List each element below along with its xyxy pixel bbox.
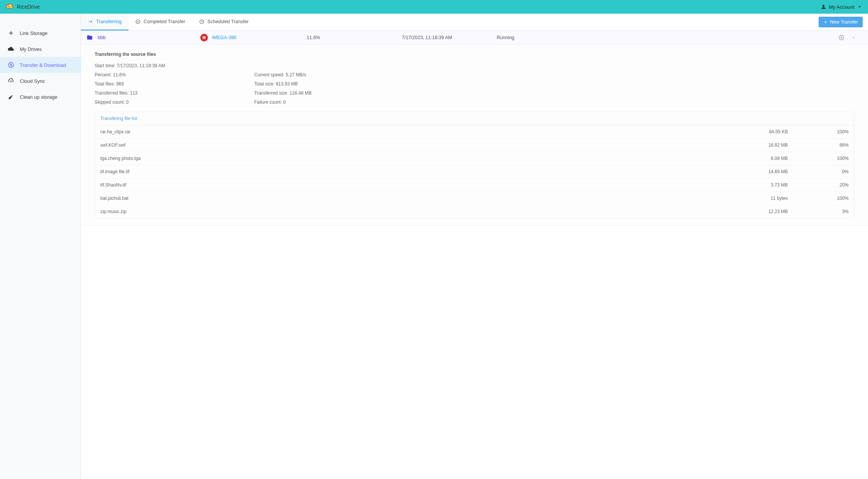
detail-failure-count: Failure count: 0 [254, 100, 399, 105]
tabs-row: Transferring Completed Transfer Schedule… [81, 14, 868, 31]
file-row: tga.cheng photo.tga6.08 MB100% [95, 152, 854, 165]
file-progress: 0% [788, 169, 849, 174]
file-progress: 100% [788, 156, 849, 161]
topbar: RiceDrive My Account [0, 0, 868, 14]
folder-icon [86, 34, 93, 41]
file-list-header: Transfering file list [95, 112, 854, 125]
tabs: Transferring Completed Transfer Schedule… [81, 14, 255, 30]
brand-logo-icon [5, 3, 14, 11]
clock-icon [199, 19, 204, 24]
file-size: 12.23 MB [735, 209, 788, 214]
file-progress: 100% [788, 196, 849, 201]
sidebar-item-cleanup[interactable]: Clean up storage [0, 89, 81, 105]
file-row: bat.pichuli.bat11 bytes100% [95, 192, 854, 205]
sidebar-item-label: My Drives [20, 46, 42, 52]
sidebar-item-label: Cloud Sync [20, 78, 45, 84]
detail-start-time: Start time: 7/17/2023, 11:18:39 AM [95, 63, 399, 68]
file-size: 16.82 MB [735, 142, 788, 148]
sidebar-item-cloud-sync[interactable]: Cloud Sync [0, 73, 81, 89]
file-row: swf.KOF.swf16.82 MB86% [95, 139, 854, 152]
sidebar: Link Storage My Drives Transfer & Downlo… [0, 14, 81, 479]
transfer-status: Running [497, 35, 527, 40]
file-row: tif.image file.tif14.65 MB0% [95, 165, 854, 179]
dest-name: /MEGA-390 [212, 35, 236, 40]
source-name: bbb [98, 35, 106, 40]
transfer-dest: M /MEGA-390 [200, 34, 307, 41]
tab-completed[interactable]: Completed Transfer [128, 14, 192, 30]
tab-label: Completed Transfer [144, 19, 185, 24]
file-name: rar.ha_clipx.rar [100, 129, 735, 134]
detail-transferred-size: Transferred size: 116.48 MB [254, 90, 399, 96]
checkmark-circle-icon [135, 19, 141, 24]
detail-transferred-files: Transferred files: 113 [95, 90, 239, 96]
cancel-icon[interactable] [838, 35, 844, 41]
detail-total-size: Total size: 613.93 MB [254, 81, 399, 87]
transfer-time: 7/17/2023, 11:18:39 AM [402, 35, 497, 40]
file-size: 84.55 KB [735, 129, 788, 134]
sidebar-item-link-storage[interactable]: Link Storage [0, 25, 81, 41]
file-name: swf.KOF.swf [100, 142, 735, 148]
sidebar-item-label: Clean up storage [20, 94, 57, 100]
file-progress: 86% [788, 142, 849, 148]
transfer-source: bbb [86, 34, 200, 41]
detail-current-speed: Current speed: 5.27 MB/s [254, 72, 399, 77]
mega-icon: M [200, 34, 208, 41]
chevron-down-icon[interactable] [851, 35, 856, 40]
sync-icon [8, 77, 14, 84]
transfer-details: Transferring the source files Start time… [81, 45, 868, 226]
file-size: 11 bytes [735, 196, 788, 201]
new-transfer-button[interactable]: New Transfer [819, 17, 863, 27]
detail-percent: Percent: 11.6% [95, 72, 239, 77]
transfer-actions [838, 35, 863, 41]
transfer-percent: 11.6% [307, 35, 402, 40]
transfer-row[interactable]: bbb M /MEGA-390 11.6% 7/17/2023, 11:18:3… [81, 31, 868, 45]
sidebar-item-my-drives[interactable]: My Drives [0, 41, 81, 57]
file-name: tga.cheng photo.tga [100, 156, 735, 161]
svg-point-2 [136, 20, 140, 24]
file-size: 14.65 MB [735, 169, 788, 174]
file-name: zip.music.zip [100, 209, 735, 214]
tab-label: Transferring [96, 19, 122, 24]
file-progress: 3% [788, 209, 849, 214]
person-icon [820, 4, 827, 10]
arrow-right-icon [88, 19, 93, 24]
file-name: bat.pichuli.bat [100, 196, 735, 201]
chevron-down-icon [857, 4, 863, 10]
sidebar-item-label: Transfer & Download [20, 62, 66, 68]
new-transfer-label: New Transfer [830, 19, 858, 25]
svg-point-0 [8, 6, 10, 7]
plus-icon [823, 20, 828, 24]
main-content: Transferring Completed Transfer Schedule… [81, 14, 868, 479]
file-progress: 20% [788, 182, 849, 188]
transfer-icon [8, 62, 14, 68]
broom-icon [8, 93, 14, 100]
brand: RiceDrive [5, 3, 40, 11]
file-name: ttf.ShaoNv.ttf [100, 182, 735, 188]
file-row: rar.ha_clipx.rar84.55 KB100% [95, 125, 854, 139]
tab-scheduled[interactable]: Scheduled Transfer [192, 14, 255, 30]
plus-icon [8, 30, 14, 36]
file-progress: 100% [788, 129, 849, 134]
detail-total-files: Total files: 969 [95, 81, 239, 87]
sidebar-item-label: Link Storage [20, 30, 48, 36]
tab-transferring[interactable]: Transferring [81, 14, 128, 30]
file-row: ttf.ShaoNv.ttf3.73 MB20% [95, 179, 854, 192]
svg-point-1 [8, 62, 14, 68]
file-name: tif.image file.tif [100, 169, 735, 174]
account-label: My Account [829, 4, 854, 10]
file-size: 6.08 MB [735, 156, 788, 161]
file-row: zip.music.zip12.23 MB3% [95, 205, 854, 218]
sidebar-item-transfer-download[interactable]: Transfer & Download [0, 57, 81, 73]
details-title: Transferring the source files [95, 52, 854, 57]
detail-skipped-count: Skipped count: 0 [95, 100, 239, 105]
account-menu[interactable]: My Account [820, 4, 863, 10]
file-list: Transfering file list rar.ha_clipx.rar84… [95, 112, 854, 218]
tab-label: Scheduled Transfer [207, 19, 249, 24]
brand-title: RiceDrive [17, 4, 40, 10]
cloud-icon [8, 46, 14, 52]
file-size: 3.73 MB [735, 182, 788, 188]
